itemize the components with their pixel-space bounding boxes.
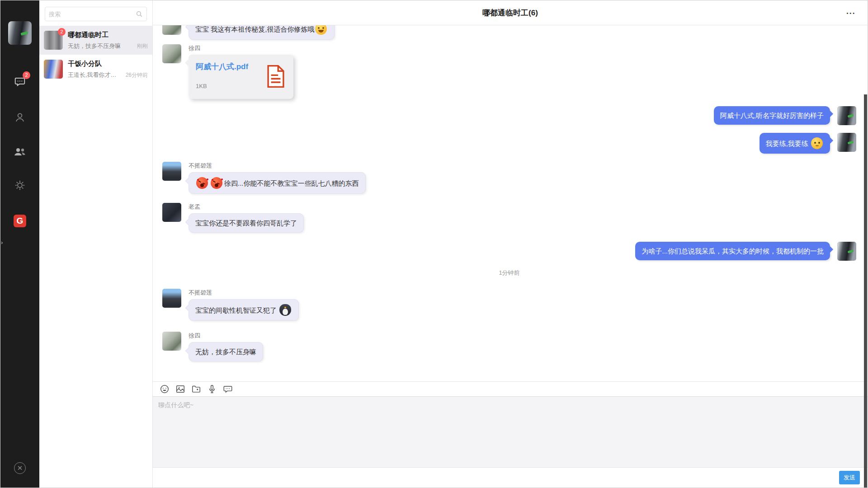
file-attachment-card[interactable]: 阿威十八式.pdf 1KB <box>189 55 293 99</box>
message-column: 徐四 阿威十八式.pdf 1KB <box>189 44 293 99</box>
self-avatar[interactable] <box>837 242 856 261</box>
settings-nav-button[interactable] <box>14 179 26 191</box>
composer: 发送 <box>153 381 868 488</box>
sender-avatar[interactable] <box>162 332 181 351</box>
search-icon[interactable] <box>136 10 143 18</box>
pdf-file-icon <box>266 65 285 88</box>
send-row: 发送 <box>153 467 868 488</box>
time-divider: 1分钟前 <box>162 269 856 277</box>
message-bubble[interactable]: 宝宝 我这有本祖传秘笈,很适合你修炼哦 <box>189 25 335 40</box>
conversation-time: 26分钟前 <box>126 71 148 79</box>
message-outgoing: 为啥子...你们总说我呆瓜，其实大多的时候，我都机制的一批 <box>162 242 856 261</box>
conversation-list-panel: 2 哪都通临时工 无妨，技多不压身嘛 刚刚 干饭小分队 王道长,我看你才… 26… <box>39 0 153 488</box>
message-bubble[interactable]: 无妨，技多不压身嘛 <box>189 342 263 361</box>
image-upload-icon[interactable] <box>175 384 185 394</box>
user-avatar[interactable] <box>8 21 32 45</box>
conversation-subrow: 王道长,我看你才… 26分钟前 <box>68 71 148 79</box>
conversation-avatar: 2 <box>44 31 63 50</box>
message-outgoing: 阿威十八式,听名字就好厉害的样子 <box>162 106 856 125</box>
message-input-area <box>153 397 868 467</box>
app-window: 2 G ✕ › <box>0 0 868 488</box>
angry-face-emoji-icon <box>211 177 222 189</box>
gear-icon <box>14 179 26 191</box>
sender-avatar[interactable] <box>162 25 181 35</box>
conversation-time: 刚刚 <box>137 42 148 50</box>
send-button[interactable]: 发送 <box>839 471 860 484</box>
file-upload-icon[interactable] <box>191 384 201 394</box>
conversation-item[interactable]: 干饭小分队 王道长,我看你才… 26分钟前 <box>39 55 152 84</box>
message-bubble[interactable]: 徐四...你能不能不教宝宝一些乱七八糟的东西 <box>189 172 366 194</box>
blob-face-emoji-icon <box>811 137 823 149</box>
message-column: 为啥子...你们总说我呆瓜，其实大多的时候，我都机制的一批 <box>635 242 830 261</box>
emoji-picker-icon[interactable] <box>160 384 170 394</box>
conversation-preview: 王道长,我看你才… <box>68 71 123 79</box>
message-input[interactable] <box>153 397 868 467</box>
groups-nav-button[interactable] <box>14 146 26 158</box>
message-text: 宝宝 我这有本祖传秘笈,很适合你修炼哦 <box>195 25 314 33</box>
group-icon <box>14 146 26 158</box>
message-bubble[interactable]: 阿威十八式,听名字就好厉害的样子 <box>714 106 830 125</box>
chat-history-icon[interactable] <box>223 384 233 394</box>
conversation-subrow: 无妨，技多不压身嘛 刚刚 <box>68 42 148 50</box>
chats-nav-button[interactable]: 2 <box>14 75 26 87</box>
close-button[interactable]: ✕ <box>14 462 26 474</box>
conversation-preview: 无妨，技多不压身嘛 <box>68 42 134 50</box>
message-outgoing: 我要练,我要练 <box>162 133 856 154</box>
message-column: 徐四 无妨，技多不压身嘛 <box>189 332 263 361</box>
conversation-body: 干饭小分队 王道长,我看你才… 26分钟前 <box>68 59 148 79</box>
search-input[interactable] <box>49 11 136 18</box>
scrollbar[interactable] <box>864 94 867 488</box>
message-bubble[interactable]: 宝宝的间歇性机智证又犯了 <box>189 299 299 321</box>
sender-name: 老孟 <box>189 203 304 211</box>
message-text: 宝宝的间歇性机智证又犯了 <box>195 306 277 314</box>
sender-name: 不摇碧莲 <box>189 289 299 297</box>
more-menu-icon[interactable]: ••• <box>846 10 856 16</box>
sender-name: 徐四 <box>189 44 293 52</box>
message-bubble[interactable]: 宝宝你还是不要跟着你四哥乱学了 <box>189 213 304 233</box>
hugging-face-emoji-icon <box>315 25 327 35</box>
sender-avatar[interactable] <box>162 289 181 308</box>
conversation-body: 哪都通临时工 无妨，技多不压身嘛 刚刚 <box>68 30 148 50</box>
sender-avatar[interactable] <box>162 203 181 222</box>
panel-collapse-arrow[interactable]: › <box>1 239 3 246</box>
chat-title: 哪都通临时工(6) <box>482 8 538 18</box>
logo-letter: G <box>17 216 24 226</box>
message-column: 宝宝 我这有本祖传秘笈,很适合你修炼哦 <box>189 25 335 40</box>
message-text: 我要练,我要练 <box>766 140 808 147</box>
app-logo[interactable]: G <box>14 215 26 227</box>
message-incoming: 老孟 宝宝你还是不要跟着你四哥乱学了 <box>162 203 856 233</box>
person-icon <box>14 112 26 123</box>
conversation-unread-badge: 2 <box>58 28 66 36</box>
message-column: 不摇碧莲 宝宝的间歇性机智证又犯了 <box>189 289 299 321</box>
message-text: 宝宝你还是不要跟着你四哥乱学了 <box>195 219 297 227</box>
unread-badge: 2 <box>23 71 30 79</box>
sender-avatar[interactable] <box>162 162 181 181</box>
self-avatar[interactable] <box>837 133 856 152</box>
message-bubble[interactable]: 我要练,我要练 <box>760 133 830 154</box>
message-incoming: 徐四 无妨，技多不压身嘛 <box>162 332 856 361</box>
composer-toolbar <box>153 382 868 397</box>
sender-avatar[interactable] <box>162 44 181 63</box>
message-column: 阿威十八式,听名字就好厉害的样子 <box>714 106 830 125</box>
message-text: 为啥子...你们总说我呆瓜，其实大多的时候，我都机制的一批 <box>642 247 824 255</box>
message-text: 无妨，技多不压身嘛 <box>195 348 256 356</box>
search-box[interactable] <box>45 7 147 21</box>
chat-panel: 哪都通临时工(6) ••• 宝宝 我这有本祖传秘笈,很适合你修炼哦 徐四 阿威十… <box>153 0 868 488</box>
conversation-title: 哪都通临时工 <box>68 30 148 39</box>
message-incoming: 不摇碧莲 宝宝的间歇性机智证又犯了 <box>162 289 856 321</box>
conversation-avatar <box>44 60 63 79</box>
voice-message-icon[interactable] <box>207 384 217 394</box>
message-column: 老孟 宝宝你还是不要跟着你四哥乱学了 <box>189 203 304 233</box>
conversation-item[interactable]: 2 哪都通临时工 无妨，技多不压身嘛 刚刚 <box>39 26 152 55</box>
message-incoming: 不摇碧莲 徐四...你能不能不教宝宝一些乱七八糟的东西 <box>162 162 856 194</box>
message-column: 我要练,我要练 <box>760 133 830 154</box>
message-incoming: 宝宝 我这有本祖传秘笈,很适合你修炼哦 <box>162 25 856 40</box>
self-avatar[interactable] <box>837 106 856 125</box>
contacts-nav-button[interactable] <box>14 112 26 123</box>
message-bubble[interactable]: 为啥子...你们总说我呆瓜，其实大多的时候，我都机制的一批 <box>635 242 830 260</box>
conversation-title: 干饭小分队 <box>68 59 148 68</box>
message-text: 徐四...你能不能不教宝宝一些乱七八糟的东西 <box>224 179 359 187</box>
chat-header: 哪都通临时工(6) ••• <box>153 0 868 25</box>
message-text: 阿威十八式,听名字就好厉害的样子 <box>720 112 824 119</box>
nav-sidebar: 2 G ✕ › <box>0 0 39 488</box>
